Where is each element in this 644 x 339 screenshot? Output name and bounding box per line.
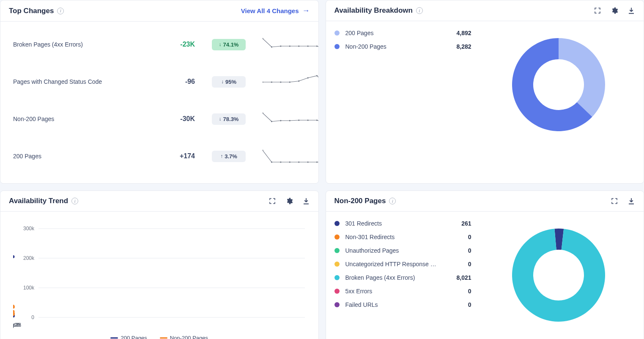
download-icon[interactable] xyxy=(628,7,635,14)
percent-value: 78.3% xyxy=(223,116,239,122)
legend-item[interactable]: 200 Pages xyxy=(110,335,147,339)
gear-icon[interactable] xyxy=(285,197,293,205)
sparkline-chart xyxy=(263,74,319,89)
svg-point-21 xyxy=(307,119,309,121)
legend-value: 261 xyxy=(442,220,471,227)
percent-pill: ↓ 95% xyxy=(212,76,246,88)
expand-icon[interactable] xyxy=(594,7,601,14)
legend-label: Broken Pages (4xx Errors) xyxy=(345,274,438,281)
card-title: Non-200 Pages i xyxy=(334,197,396,205)
legend-item[interactable]: Non-200 Pages8,282 xyxy=(334,43,474,50)
chart-container xyxy=(482,25,636,144)
svg-text:100k: 100k xyxy=(23,285,35,291)
percent-pill: ↓ 78.3% xyxy=(212,113,246,125)
legend-item[interactable]: 301 Redirects261 xyxy=(334,220,474,227)
svg-point-25 xyxy=(271,161,272,163)
top-changes-card: Top Changes i View All 4 Changes → Broke… xyxy=(0,0,319,184)
card-header: Availability Breakdown i xyxy=(326,0,644,21)
card-header: Non-200 Pages i xyxy=(326,191,644,212)
svg-point-22 xyxy=(316,119,318,121)
card-body: 0100k200k300kJul 29Aug 12Aug 26Sep 9Sep … xyxy=(0,212,318,339)
info-icon[interactable]: i xyxy=(389,198,396,204)
change-row[interactable]: Pages with Changed Status Code-96↓ 95% xyxy=(9,63,310,100)
header-actions xyxy=(594,7,635,14)
percent-value: 95% xyxy=(225,79,236,85)
card-body: 200 Pages4,892Non-200 Pages8,282 xyxy=(326,21,644,152)
svg-point-14 xyxy=(316,75,318,76)
legend-item[interactable]: Failed URLs0 xyxy=(334,301,474,308)
card-body: Broken Pages (4xx Errors)-23K↓ 74.1%Page… xyxy=(0,22,318,183)
legend-item[interactable]: Non-301 Redirects0 xyxy=(334,234,474,240)
legend-item[interactable]: Unauthorized Pages0 xyxy=(334,247,474,254)
sparkline-chart xyxy=(263,111,319,127)
chart-container: 0100k200k300kJul 29Aug 12Aug 26Sep 9Sep … xyxy=(9,216,310,339)
legend-label: 301 Redirects xyxy=(345,220,438,227)
legend-list: 301 Redirects261Non-301 Redirects0Unauth… xyxy=(334,216,474,308)
color-bar xyxy=(110,337,118,339)
legend-label: Non-200 Pages xyxy=(170,335,208,339)
percent-pill: ↓ 74.1% xyxy=(212,39,246,50)
svg-point-17 xyxy=(271,121,272,122)
legend-value: 8,282 xyxy=(442,43,471,50)
info-icon[interactable]: i xyxy=(57,8,64,14)
expand-icon[interactable] xyxy=(269,197,276,205)
arrow-down-icon: ↓ xyxy=(219,41,222,47)
change-label: Non-200 Pages xyxy=(13,116,140,122)
change-label: Broken Pages (4xx Errors) xyxy=(13,41,140,48)
percent-value: 74.1% xyxy=(223,41,239,48)
arrow-up-icon: ↑ xyxy=(220,153,223,159)
card-title: Availability Trend i xyxy=(9,197,78,205)
download-icon[interactable] xyxy=(628,197,635,205)
card-title: Top Changes i xyxy=(9,7,64,15)
arrow-down-icon: ↓ xyxy=(221,79,224,85)
change-row[interactable]: Broken Pages (4xx Errors)-23K↓ 74.1% xyxy=(9,26,310,63)
legend-item[interactable]: 200 Pages4,892 xyxy=(334,30,474,36)
svg-text:300k: 300k xyxy=(23,226,35,232)
gear-icon[interactable] xyxy=(611,7,618,14)
legend-item[interactable]: Broken Pages (4xx Errors)8,021 xyxy=(334,274,474,281)
legend-value: 8,021 xyxy=(442,274,471,281)
legend-value: 0 xyxy=(442,288,471,295)
legend-value: 0 xyxy=(442,301,471,308)
arrow-down-icon: ↓ xyxy=(219,116,222,122)
sparkline-chart xyxy=(263,149,319,164)
title-text: Availability Trend xyxy=(9,197,68,205)
change-row[interactable]: 200 Pages+174↑ 3.7% xyxy=(9,138,310,175)
svg-point-11 xyxy=(289,81,290,83)
svg-point-4 xyxy=(298,45,299,47)
arrow-right-icon: → xyxy=(302,6,310,15)
svg-point-30 xyxy=(316,161,318,163)
svg-point-26 xyxy=(280,161,281,163)
title-text: Non-200 Pages xyxy=(334,197,386,205)
svg-point-47 xyxy=(13,255,15,258)
legend-value: 0 xyxy=(442,261,471,267)
legend-label: Unauthorized Pages xyxy=(345,247,438,254)
download-icon[interactable] xyxy=(302,197,310,205)
legend-label: Uncategorized HTTP Response C… xyxy=(345,261,438,267)
svg-text:200k: 200k xyxy=(23,255,35,261)
change-row[interactable]: Non-200 Pages-30K↓ 78.3% xyxy=(9,100,310,138)
non200-donut-chart xyxy=(504,220,614,330)
svg-point-5 xyxy=(307,45,309,47)
change-label: Pages with Changed Status Code xyxy=(13,78,140,85)
svg-point-18 xyxy=(280,120,281,121)
expand-icon[interactable] xyxy=(611,197,618,205)
svg-point-19 xyxy=(289,120,290,121)
availability-donut-chart xyxy=(504,30,614,140)
info-icon[interactable]: i xyxy=(416,7,423,14)
color-swatch xyxy=(334,275,340,280)
color-swatch xyxy=(334,289,340,294)
legend-item[interactable]: Non-200 Pages xyxy=(160,335,208,339)
legend-value: 0 xyxy=(442,247,471,254)
svg-point-13 xyxy=(307,77,309,78)
title-text: Top Changes xyxy=(9,7,54,15)
availability-trend-chart: 0100k200k300kJul 29Aug 12Aug 26Sep 9Sep … xyxy=(13,224,309,330)
svg-point-12 xyxy=(298,80,299,82)
info-icon[interactable]: i xyxy=(71,198,78,204)
svg-point-29 xyxy=(307,161,309,163)
legend-item[interactable]: 5xx Errors0 xyxy=(334,288,474,295)
legend-item[interactable]: Uncategorized HTTP Response C…0 xyxy=(334,261,474,267)
color-swatch xyxy=(334,302,340,307)
view-all-link[interactable]: View All 4 Changes → xyxy=(241,6,310,15)
availability-trend-card: Availability Trend i 0100k200k300kJul 29… xyxy=(0,190,319,339)
